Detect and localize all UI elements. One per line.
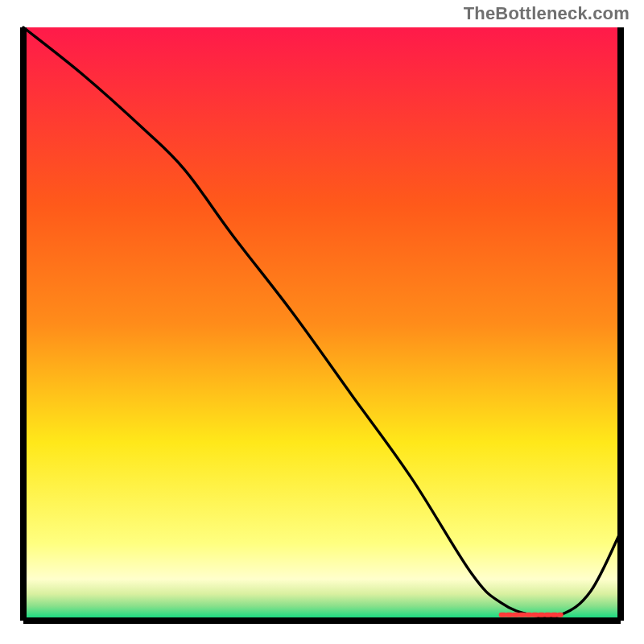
- chart-background: [23, 27, 621, 621]
- chart-svg: [12, 24, 632, 632]
- chart-root: TheBottleneck.com: [0, 0, 644, 644]
- watermark-text: TheBottleneck.com: [464, 3, 630, 24]
- chart-plot-area: [12, 24, 632, 632]
